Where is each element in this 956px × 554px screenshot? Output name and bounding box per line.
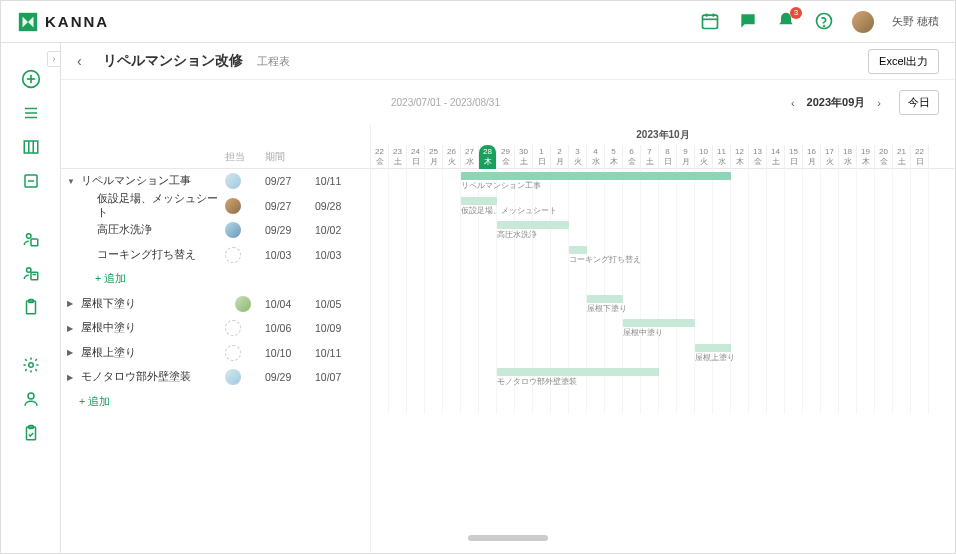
profile-icon[interactable] xyxy=(21,389,41,409)
col-assignee: 担当 xyxy=(225,150,265,164)
current-month: 2023年09月 xyxy=(807,95,866,110)
main: ‹ リペルマンション改修 工程表 Excel出力 2023/07/01 - 20… xyxy=(61,43,955,553)
gantt-bar-label: コーキング打ち替え xyxy=(569,254,641,265)
gantt-day-header: 28木 xyxy=(479,145,497,169)
gantt-bar[interactable] xyxy=(497,221,569,229)
assignee-avatar[interactable] xyxy=(225,198,241,214)
gantt-day-header: 19木 xyxy=(857,145,875,169)
gantt-row: 高圧水洗浄 xyxy=(371,218,955,243)
avatar[interactable] xyxy=(852,11,874,33)
gantt-day-header: 12木 xyxy=(731,145,749,169)
gantt-day-header: 29金 xyxy=(497,145,515,169)
gantt-row: モノタロウ部外壁塗装 xyxy=(371,365,955,390)
user-board-icon[interactable] xyxy=(21,263,41,283)
gantt-bar[interactable] xyxy=(461,172,731,180)
gantt-bar-label: 屋根下塗り xyxy=(587,303,627,314)
task-row[interactable]: 高圧水洗浄09/2910/02 xyxy=(61,218,370,243)
gantt-bar[interactable] xyxy=(461,197,497,205)
gantt-bar[interactable] xyxy=(497,368,659,376)
task-row[interactable]: ▶屋根下塗り10/0410/05 xyxy=(61,292,370,317)
toolbar: 2023/07/01 - 2023/08/31 ‹ 2023年09月 › 今日 xyxy=(61,79,955,125)
sidebar: › xyxy=(1,43,61,553)
svg-rect-18 xyxy=(31,239,38,246)
gantt-row: リペルマンション工事 xyxy=(371,169,955,194)
gantt-day-header: 3火 xyxy=(569,145,587,169)
assignee-avatar[interactable] xyxy=(225,247,241,263)
task-row[interactable]: 仮設足場、メッシュシート09/2709/28 xyxy=(61,194,370,219)
gantt-row xyxy=(371,390,955,415)
help-icon[interactable] xyxy=(814,11,834,33)
gantt-day-header: 23土 xyxy=(389,145,407,169)
gantt-day-header: 2月 xyxy=(551,145,569,169)
gantt-day-header: 1日 xyxy=(533,145,551,169)
gantt-day-header: 26火 xyxy=(443,145,461,169)
columns-icon[interactable] xyxy=(21,137,41,157)
gantt-day-header: 9月 xyxy=(677,145,695,169)
list-icon[interactable] xyxy=(21,103,41,123)
page-title: リペルマンション改修 xyxy=(103,52,243,70)
gantt-day-header: 27水 xyxy=(461,145,479,169)
gantt-day-header: 25月 xyxy=(425,145,443,169)
task-row[interactable]: ▶屋根上塗り10/1010/11 xyxy=(61,341,370,366)
gantt-day-header: 22日 xyxy=(911,145,929,169)
svg-rect-0 xyxy=(702,15,717,28)
gantt-day-header: 11水 xyxy=(713,145,731,169)
next-month-button[interactable]: › xyxy=(873,97,885,109)
content: 担当 期間 ▼リペルマンション工事09/2710/11仮設足場、メッシュシート0… xyxy=(61,125,955,553)
task-row[interactable]: コーキング打ち替え10/0310/03 xyxy=(61,243,370,268)
gantt-row: コーキング打ち替え xyxy=(371,243,955,268)
page-subtitle: 工程表 xyxy=(257,54,290,69)
assignee-avatar[interactable] xyxy=(225,173,241,189)
gantt-day-header: 10火 xyxy=(695,145,713,169)
logo[interactable]: KANNA xyxy=(17,11,109,33)
date-range: 2023/07/01 - 2023/08/31 xyxy=(383,97,500,108)
gantt-chart[interactable]: 2023年10月 22金23土24日25月26火27水28木29金30土1日2月… xyxy=(371,125,955,553)
svg-point-19 xyxy=(26,268,31,273)
gantt-row: 屋根下塗り xyxy=(371,292,955,317)
assignee-avatar[interactable] xyxy=(225,345,241,361)
gantt-day-header: 8日 xyxy=(659,145,677,169)
today-button[interactable]: 今日 xyxy=(899,90,939,115)
assignee-avatar[interactable] xyxy=(225,296,241,312)
clipboard-check-icon[interactable] xyxy=(21,423,41,443)
task-row[interactable]: ▼リペルマンション工事09/2710/11 xyxy=(61,169,370,194)
gantt-day-header: 7土 xyxy=(641,145,659,169)
assignee-avatar[interactable] xyxy=(225,369,241,385)
gantt-day-header: 14土 xyxy=(767,145,785,169)
svg-point-25 xyxy=(28,393,34,399)
assignee-avatar[interactable] xyxy=(225,320,241,336)
back-button[interactable]: ‹ xyxy=(77,53,93,69)
task-row[interactable]: ▶屋根中塗り10/0610/09 xyxy=(61,316,370,341)
prev-month-button[interactable]: ‹ xyxy=(787,97,799,109)
gantt-day-header: 4水 xyxy=(587,145,605,169)
chat-icon[interactable] xyxy=(738,11,758,33)
gantt-day-header: 5木 xyxy=(605,145,623,169)
gantt-row xyxy=(371,267,955,292)
gantt-day-header: 17火 xyxy=(821,145,839,169)
add-task-link[interactable]: + 追加 xyxy=(61,390,370,415)
svg-point-5 xyxy=(824,25,825,26)
task-panel: 担当 期間 ▼リペルマンション工事09/2710/11仮設足場、メッシュシート0… xyxy=(61,125,371,553)
sidebar-collapse-button[interactable]: › xyxy=(47,51,61,67)
gantt-day-header: 15日 xyxy=(785,145,803,169)
gantt-bar[interactable] xyxy=(569,246,587,254)
user-check-icon[interactable] xyxy=(21,229,41,249)
note-icon[interactable] xyxy=(21,171,41,191)
add-icon[interactable] xyxy=(21,69,41,89)
task-row[interactable]: ▶モノタロウ部外壁塗装09/2910/07 xyxy=(61,365,370,390)
gantt-bar[interactable] xyxy=(587,295,623,303)
horizontal-scrollbar[interactable] xyxy=(468,535,548,541)
gantt-day-header: 13金 xyxy=(749,145,767,169)
svg-point-24 xyxy=(28,363,33,368)
assignee-avatar[interactable] xyxy=(225,222,241,238)
clipboard-icon[interactable] xyxy=(21,297,41,317)
add-task-link[interactable]: + 追加 xyxy=(61,267,370,292)
gear-icon[interactable] xyxy=(21,355,41,375)
calendar-icon[interactable] xyxy=(700,11,720,33)
notification-badge: 3 xyxy=(790,7,802,19)
excel-button[interactable]: Excel出力 xyxy=(868,49,939,74)
gantt-bar[interactable] xyxy=(695,344,731,352)
task-header: 担当 期間 xyxy=(61,125,370,169)
bell-icon[interactable]: 3 xyxy=(776,11,796,33)
gantt-bar[interactable] xyxy=(623,319,695,327)
